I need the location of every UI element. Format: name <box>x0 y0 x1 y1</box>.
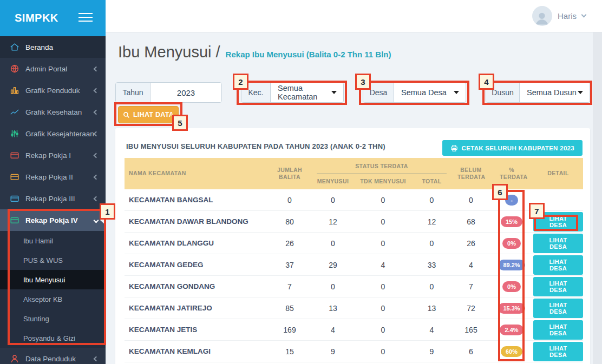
card-icon <box>10 150 19 160</box>
page-title: Ibu Menyusui / <box>118 43 220 61</box>
cell-belum-terdata: 0 <box>452 196 490 204</box>
cell-jumlah-balita: 7 <box>268 282 311 291</box>
col-total: TOTAL <box>411 178 452 185</box>
hamburger-menu-icon[interactable] <box>78 13 93 24</box>
kecamatan-table: NAMA KECAMATAN JUMLAH BALITA STATUS TERD… <box>125 158 583 362</box>
lihat-desa-button[interactable]: LIHAT DESA <box>533 299 583 318</box>
lihat-data-button[interactable]: LIHAT DATA <box>118 106 179 123</box>
col-tdk-menyusui: TDK MENYUSUI <box>355 178 411 185</box>
sidebar-subitem[interactable]: Akseptor KB <box>0 289 106 309</box>
cell-total: 13 <box>411 304 452 313</box>
sidebar-nav: Beranda Admin Portal Grafik Penduduk Gra… <box>0 36 106 364</box>
select-caret-icon <box>331 91 337 94</box>
user-menu[interactable]: Haris <box>532 6 586 26</box>
cell-kecamatan: KECAMATAN DLANGGU <box>125 239 268 247</box>
table-row: KECAMATAN DAWAR BLANDONG 80 12 0 12 68 1… <box>125 211 583 233</box>
user-name: Haris <box>558 11 577 21</box>
app-brand: SIMPKK <box>15 12 58 24</box>
tahun-filter: Tahun <box>115 82 222 103</box>
col-detail: DETAIL <box>533 170 583 177</box>
chevron-left-icon <box>94 66 99 71</box>
select-caret-icon <box>454 91 459 94</box>
printer-icon <box>450 144 458 152</box>
lihat-desa-button[interactable]: LIHAT DESA <box>533 277 583 296</box>
chevron-left-icon <box>94 131 99 136</box>
cell-menyusui: 9 <box>311 347 355 356</box>
sidebar: SIMPKK Beranda Admin Portal Grafik Pendu… <box>0 0 106 364</box>
cell-kecamatan: KECAMATAN JETIS <box>125 326 268 334</box>
app-logo-bar: SIMPKK <box>0 0 106 36</box>
cell-jumlah-balita: 26 <box>268 239 311 248</box>
scrollbar-track[interactable] <box>593 32 602 364</box>
sidebar-item[interactable]: Grafik Penduduk <box>0 80 106 101</box>
chevron-down-icon <box>94 217 99 223</box>
cell-kecamatan: KECAMATAN KEMLAGI <box>125 347 268 355</box>
chevron-left-icon <box>94 153 99 158</box>
cell-menyusui: 29 <box>311 261 355 269</box>
cell-kecamatan: KECAMATAN GONDANG <box>125 282 268 290</box>
cell-tdk-menyusui: 4 <box>355 261 411 269</box>
persen-terdata-badge: 15.3% <box>498 303 525 314</box>
sidebar-item[interactable]: Rekap Pokja II <box>0 166 106 188</box>
sidebar-subitem[interactable]: Ibu Hamil <box>0 231 106 250</box>
cell-kecamatan: KECAMATAN DAWAR BLANDONG <box>125 217 268 226</box>
dusun-select[interactable]: Semua Dusun <box>520 83 590 102</box>
breadcrumb[interactable]: Rekap Ibu Menyusui (Balita 0-2 Thn 11 Bl… <box>226 50 391 59</box>
col-belum-terdata: BELUM TERDATA <box>452 167 490 181</box>
cell-belum-terdata: 4 <box>452 261 490 269</box>
sidebar-item[interactable]: Grafik Kesehatan <box>0 101 106 123</box>
sidebar-item[interactable]: Admin Portal <box>0 58 106 80</box>
persen-terdata-badge: 0% <box>502 281 521 292</box>
sidebar-item[interactable]: Grafik Kesejahteraan <box>0 123 106 144</box>
sidebar-item[interactable]: Beranda <box>0 36 106 58</box>
cell-jumlah-balita: 37 <box>268 261 311 269</box>
sidebar-item[interactable]: Rekap Pokja IV <box>0 209 106 231</box>
cell-tdk-menyusui: 0 <box>355 347 411 356</box>
home-icon <box>10 42 19 52</box>
cell-total: 4 <box>411 326 452 334</box>
kec-select[interactable]: Semua Kecamatan <box>271 83 343 102</box>
lihat-desa-button[interactable]: LIHAT DESA <box>533 255 583 275</box>
globe-icon <box>10 64 19 74</box>
sidebar-subitem[interactable]: PUS & WUS <box>0 250 106 270</box>
cell-kecamatan: KECAMATAN BANGSAL <box>125 196 268 204</box>
cell-menyusui: 13 <box>311 304 355 313</box>
sidebar-subitem[interactable]: Stunting <box>0 309 106 328</box>
cell-total: 9 <box>411 347 452 356</box>
cell-belum-terdata: 165 <box>452 326 490 334</box>
col-menyusui: MENYUSUI <box>311 178 355 185</box>
lihat-desa-button[interactable]: LIHAT DESA <box>533 212 583 231</box>
persen-terdata-badge: 0% <box>502 238 521 249</box>
tahun-input[interactable] <box>150 83 221 102</box>
line-chart-icon <box>10 107 19 117</box>
persen-terdata-badge: 89.2% <box>498 260 525 270</box>
sidebar-subitem[interactable]: Ibu Menyusui <box>0 270 106 289</box>
desa-select[interactable]: Semua Desa <box>394 83 466 102</box>
person-silhouette-icon <box>534 10 550 26</box>
sliders-icon <box>10 129 19 138</box>
table-row: KECAMATAN JATIREJO 85 13 0 13 72 15.3% L… <box>125 297 583 319</box>
table-row: KECAMATAN BANGSAL 0 0 0 0 0 - <box>125 189 583 211</box>
table-row: KECAMATAN DLANGGU 26 0 0 0 26 0% LIHAT D… <box>125 233 583 254</box>
sidebar-item[interactable]: Rekap Pokja III <box>0 188 106 209</box>
sidebar-item[interactable]: Data Penduduk <box>0 348 106 364</box>
topbar: Haris <box>106 0 602 32</box>
cetak-kabupaten-button[interactable]: CETAK SELURUH KABUPATEN 2023 <box>442 140 583 156</box>
chevron-left-icon <box>94 88 99 93</box>
persen-terdata-badge: - <box>505 195 518 206</box>
pokja-iv-submenu: Ibu Hamil PUS & WUS Ibu Menyusui Aksepto… <box>0 231 106 348</box>
lihat-desa-button[interactable]: LIHAT DESA <box>533 320 583 340</box>
chevron-left-icon <box>94 356 99 361</box>
cell-total: 0 <box>411 282 452 291</box>
cell-total: 0 <box>411 239 452 248</box>
lihat-desa-button[interactable]: LIHAT DESA <box>533 234 583 253</box>
cell-kecamatan: KECAMATAN JATIREJO <box>125 304 268 312</box>
lihat-desa-button[interactable]: LIHAT DESA <box>533 342 583 361</box>
desa-filter: Desa Semua Desa <box>363 82 466 103</box>
sidebar-item[interactable]: Rekap Pokja I <box>0 144 106 166</box>
cell-total: 12 <box>411 217 452 226</box>
active-notch <box>100 215 106 225</box>
tahun-label: Tahun <box>116 83 150 102</box>
cell-jumlah-balita: 80 <box>268 217 311 226</box>
sidebar-subitem[interactable]: Posyandu & Gizi <box>0 328 106 348</box>
